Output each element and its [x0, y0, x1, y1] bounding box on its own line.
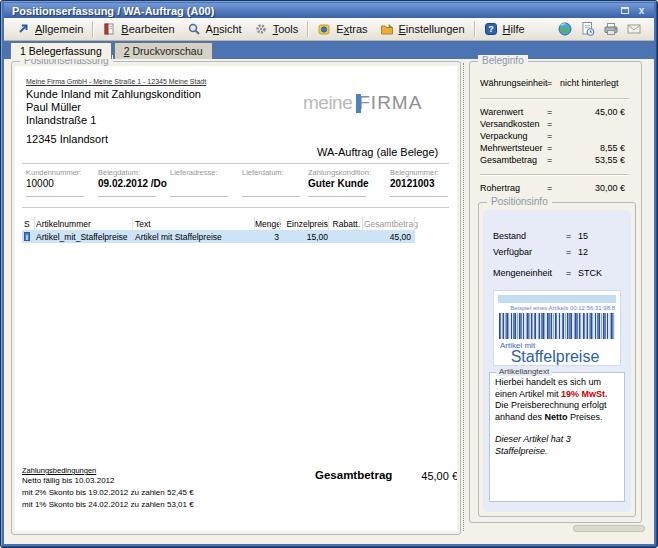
recipient-contact: Paul Müller	[26, 101, 81, 113]
window-controls: x	[618, 5, 654, 17]
tab-label: 2 Druckvorschau	[124, 45, 203, 57]
column-header-text[interactable]: Text	[135, 219, 253, 229]
magnifier-icon	[187, 22, 202, 37]
positionsinfo-panel: Bestand = 15 Verfügbar = 12 Mengeneinhei…	[483, 210, 631, 512]
column-header-einzelpreis[interactable]: Einzelpreis	[281, 219, 328, 229]
field-underline	[98, 196, 156, 197]
menu-bar: Allgemein Bearbeiten Ansicht Tools	[4, 18, 654, 41]
row-label: Mengeneinheit	[493, 268, 552, 278]
field-underline	[308, 196, 366, 197]
row-value: 12	[578, 247, 588, 257]
menu-label: Einstellungen	[399, 23, 465, 35]
field-underline	[242, 196, 300, 197]
column-header-rabatt[interactable]: Rabatt.	[330, 219, 360, 229]
divider	[22, 207, 449, 208]
belegdatum-field[interactable]: 09.02.2012 /Do	[98, 178, 167, 189]
barcode-caption: Beispiel eines Artikels 00:12:56:31:98:8	[498, 305, 615, 311]
tab-strip: 1 Belegerfassung 2 Druckvorschau	[4, 41, 654, 59]
groupbox-title: Positionsinfo	[487, 196, 552, 207]
equals-sign: =	[547, 155, 552, 165]
langtext-segment: Preises.	[568, 412, 603, 422]
row-label: Währungseinheit	[480, 78, 548, 88]
beleginfo-row: Gesamtbetrag = 53,55 €	[480, 155, 625, 166]
column-header-gesamtbetrag[interactable]: Gesamtbetrag	[364, 219, 411, 229]
tab-druckvorschau[interactable]: 2 Druckvorschau	[114, 42, 213, 59]
positionsinfo-row: Verfügbar = 12	[493, 247, 532, 258]
menu-separator	[307, 21, 308, 37]
edit-book-icon	[102, 22, 117, 37]
row-label: Bestand	[493, 231, 526, 241]
tab-belegerfassung[interactable]: 1 Belegerfassung	[10, 42, 112, 59]
row-value: 8,55 €	[600, 143, 625, 153]
menu-extras[interactable]: Extras	[311, 20, 373, 39]
mail-icon[interactable]	[626, 21, 642, 37]
payment-terms-line: mit 2% Skonto bis 19.02.2012 zu zahlen 5…	[22, 488, 194, 497]
article-row-icon	[24, 232, 30, 241]
artikellangtext-box: Artikellangtext Hierbei handelt es sich …	[489, 372, 625, 502]
netto-highlight: Netto	[545, 412, 568, 422]
beleginfo-row: Rohertrag = 30,00 €	[480, 183, 625, 194]
beleginfo-row: Mehrwertsteuer = 8,55 €	[480, 143, 625, 154]
equals-sign: =	[566, 231, 571, 241]
svg-text:?: ?	[488, 24, 494, 34]
sender-line: Meine Firma GmbH - Meine Straße 1 - 1234…	[26, 78, 206, 85]
cell-artikelnummer[interactable]: Artikel_mit_Staffelpreise	[36, 232, 132, 242]
menu-label: Allgemein	[35, 23, 83, 35]
beleginfo-row: Währungseinheit = nicht hinterlegt	[480, 78, 625, 89]
arrow-up-right-icon	[16, 22, 31, 37]
menu-label: Tools	[273, 23, 299, 35]
extras-box-icon	[317, 22, 332, 37]
positionserfassung-groupbox: Positionserfassung Meine Firma GmbH - Me…	[11, 61, 461, 535]
cell-menge[interactable]: 3	[255, 232, 279, 242]
payment-terms-line: Netto fällig bis 10.03.2012	[22, 476, 115, 485]
column-header-artikelnummer[interactable]: Artikelnummer	[36, 219, 132, 229]
row-value: 30,00 €	[595, 183, 625, 193]
window-title: Positionserfassung / WA-Auftrag (A00)	[4, 5, 214, 17]
row-label: Mehrwertsteuer	[480, 143, 543, 153]
globe-icon[interactable]	[557, 21, 573, 37]
row-label: Rohertrag	[480, 183, 520, 193]
row-value: 15	[578, 231, 588, 241]
equals-sign: =	[547, 183, 552, 193]
horizontal-scrollbar[interactable]	[573, 525, 645, 532]
field-label: Belegdatum:	[98, 168, 140, 177]
cell-gesamtbetrag[interactable]: 45,00	[364, 232, 411, 242]
belegnummer-field[interactable]: 20121003	[390, 178, 435, 189]
equals-sign: =	[566, 268, 571, 278]
cell-text[interactable]: Artikel mit Staffelpreise	[135, 232, 253, 242]
menu-label: Bearbeiten	[121, 23, 174, 35]
close-window-button[interactable]: x	[635, 5, 648, 17]
field-underline	[170, 196, 228, 197]
menu-hilfe[interactable]: ? Hilfe	[478, 20, 531, 39]
equals-sign: =	[566, 247, 571, 257]
divider	[22, 163, 449, 164]
column-header-s[interactable]: S	[24, 219, 34, 229]
staffelpreise-note: Dieser Artikel hat 3 Staffelpreise.	[495, 434, 621, 457]
zahlungskondition-field[interactable]: Guter Kunde	[308, 178, 369, 189]
tab-label: 1 Belegerfassung	[20, 45, 102, 57]
recipient-street: Inlandstraße 1	[26, 114, 96, 126]
content-area: Positionserfassung Meine Firma GmbH - Me…	[4, 59, 654, 544]
gear-icon	[254, 22, 269, 37]
row-label: Verpackung	[480, 131, 528, 141]
document-info-icon[interactable]	[580, 21, 596, 37]
equals-sign: =	[547, 107, 552, 117]
restore-window-button[interactable]	[618, 5, 631, 17]
beleginfo-row: Warenwert = 45,00 €	[480, 107, 625, 118]
image-header-strip	[498, 295, 616, 303]
menu-einstellungen[interactable]: Einstellungen	[374, 20, 471, 39]
menu-ansicht[interactable]: Ansicht	[181, 20, 248, 39]
column-header-menge[interactable]: Menge	[255, 219, 279, 229]
row-value: STCK	[578, 268, 602, 278]
kundennummer-field[interactable]: 10000	[26, 178, 54, 189]
menu-bearbeiten[interactable]: Bearbeiten	[96, 20, 180, 39]
barcode-icon	[499, 313, 615, 339]
panel-splitter[interactable]	[463, 63, 464, 531]
divider	[480, 98, 629, 99]
equals-sign: =	[547, 78, 552, 88]
positionsinfo-row: Mengeneinheit = STCK	[493, 268, 552, 279]
menu-allgemein[interactable]: Allgemein	[10, 20, 89, 39]
cell-einzelpreis[interactable]: 15,00	[281, 232, 328, 242]
printer-icon[interactable]	[603, 21, 619, 37]
menu-tools[interactable]: Tools	[248, 20, 305, 39]
